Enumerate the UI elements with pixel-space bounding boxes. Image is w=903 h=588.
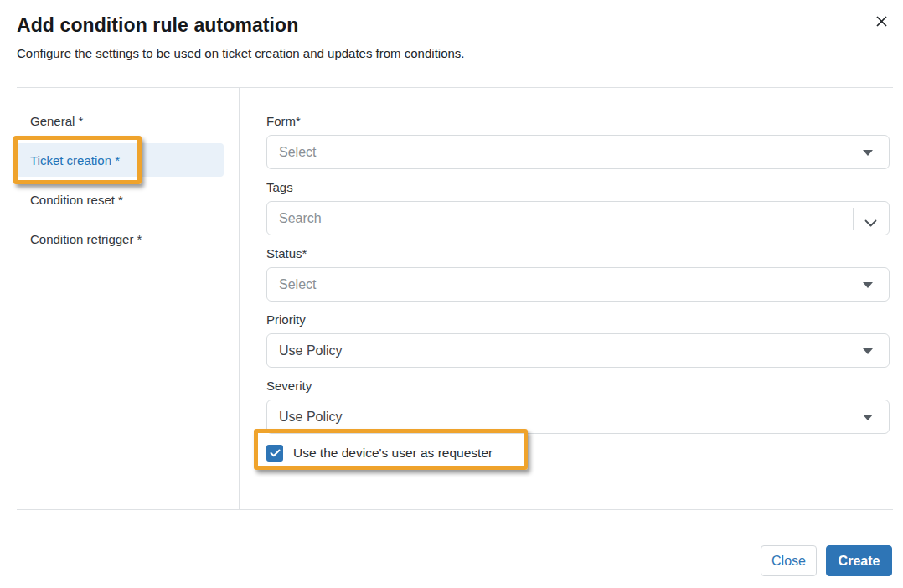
header-divider (17, 87, 893, 88)
caret-down-icon (863, 282, 873, 288)
dialog-title: Add condition rule automation (17, 14, 298, 37)
severity-select[interactable]: Use Policy (266, 400, 890, 434)
tab-condition-reset-label: Condition reset * (30, 193, 123, 207)
footer-divider (17, 509, 893, 510)
requester-checkbox-row: Use the device's user as requester (266, 445, 890, 462)
tab-condition-retrigger-label: Condition retrigger * (30, 232, 142, 246)
priority-field: Priority Use Policy (266, 312, 890, 368)
caret-down-icon (863, 348, 873, 354)
sidebar-divider (239, 88, 240, 509)
close-icon[interactable] (871, 11, 891, 31)
status-select-value: Select (279, 277, 316, 292)
close-button[interactable]: Close (761, 545, 817, 576)
tab-ticket-creation-label: Ticket creation * (30, 153, 120, 168)
combobox-divider (853, 208, 854, 230)
ticket-creation-form: Form* Select Tags Search Status* Sel (266, 114, 890, 462)
tab-general-label: General * (30, 114, 83, 128)
add-condition-rule-automation-dialog: Add condition rule automation Configure … (0, 0, 903, 588)
tags-field-label: Tags (266, 180, 890, 195)
severity-select-value: Use Policy (279, 410, 343, 425)
tab-condition-reset[interactable]: Condition reset * (17, 183, 224, 216)
tab-ticket-creation[interactable]: Ticket creation * (17, 143, 224, 177)
form-field-label: Form* (266, 114, 890, 129)
severity-field: Severity Use Policy (266, 379, 890, 434)
caret-down-icon (863, 150, 873, 156)
tab-general[interactable]: General * (17, 104, 224, 137)
tab-condition-retrigger[interactable]: Condition retrigger * (17, 222, 224, 255)
status-field-label: Status* (266, 246, 890, 261)
tags-search-placeholder: Search (279, 211, 322, 226)
priority-select[interactable]: Use Policy (266, 333, 890, 368)
dialog-footer: Close Create (761, 545, 892, 576)
priority-field-label: Priority (266, 312, 890, 328)
caret-down-icon (863, 415, 873, 420)
status-select[interactable]: Select (266, 267, 890, 302)
dialog-subtitle: Configure the settings to be used on tic… (17, 46, 465, 60)
priority-select-value: Use Policy (279, 343, 343, 358)
status-field: Status* Select (266, 246, 890, 302)
form-select-value: Select (279, 145, 316, 160)
severity-field-label: Severity (266, 379, 890, 394)
create-button[interactable]: Create (826, 545, 892, 576)
tab-sidebar: General * Ticket creation * Condition re… (17, 104, 224, 261)
requester-checkbox[interactable] (266, 445, 283, 462)
form-field: Form* Select (266, 114, 890, 169)
tags-field: Tags Search (266, 180, 890, 235)
tags-search-input[interactable]: Search (266, 201, 890, 235)
chevron-down-icon[interactable] (864, 215, 877, 230)
form-select[interactable]: Select (266, 135, 890, 169)
requester-checkbox-label: Use the device's user as requester (293, 446, 493, 461)
